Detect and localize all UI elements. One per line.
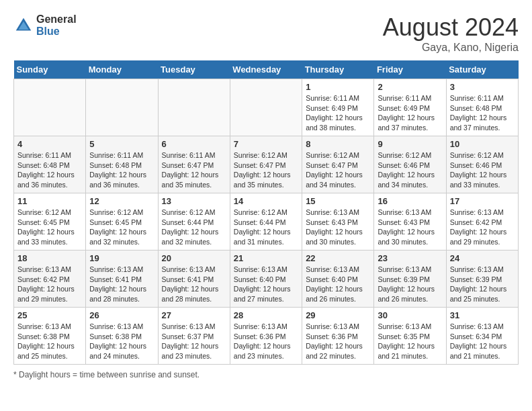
calendar-week-5: 25 Sunrise: 6:13 AMSunset: 6:38 PMDaylig… (14, 308, 519, 365)
calendar-header-row: SundayMondayTuesdayWednesdayThursdayFrid… (14, 60, 519, 79)
calendar-cell: 28 Sunrise: 6:13 AMSunset: 6:36 PMDaylig… (230, 308, 302, 365)
logo: General Blue (13, 13, 77, 37)
day-number: 28 (234, 310, 298, 320)
calendar-cell: 5 Sunrise: 6:11 AMSunset: 6:48 PMDayligh… (86, 136, 158, 193)
calendar-cell: 18 Sunrise: 6:13 AMSunset: 6:42 PMDaylig… (14, 250, 86, 308)
calendar-cell: 2 Sunrise: 6:11 AMSunset: 6:49 PMDayligh… (374, 79, 446, 136)
calendar-cell: 1 Sunrise: 6:11 AMSunset: 6:49 PMDayligh… (302, 79, 374, 136)
calendar-cell: 13 Sunrise: 6:12 AMSunset: 6:44 PMDaylig… (158, 193, 230, 250)
day-info: Sunrise: 6:13 AMSunset: 6:43 PMDaylight:… (378, 208, 442, 247)
header-monday: Monday (86, 60, 158, 79)
calendar-cell (14, 79, 86, 136)
day-info: Sunrise: 6:13 AMSunset: 6:42 PMDaylight:… (450, 208, 515, 247)
calendar-cell: 12 Sunrise: 6:12 AMSunset: 6:45 PMDaylig… (86, 193, 158, 250)
calendar-cell: 22 Sunrise: 6:13 AMSunset: 6:40 PMDaylig… (302, 250, 374, 308)
day-number: 23 (378, 253, 442, 263)
day-info: Sunrise: 6:12 AMSunset: 6:46 PMDaylight:… (378, 150, 442, 190)
day-info: Sunrise: 6:13 AMSunset: 6:35 PMDaylight:… (378, 322, 442, 361)
day-info: Sunrise: 6:13 AMSunset: 6:43 PMDaylight:… (306, 208, 370, 247)
calendar-cell: 9 Sunrise: 6:12 AMSunset: 6:46 PMDayligh… (374, 136, 446, 193)
day-number: 12 (89, 196, 154, 206)
day-number: 31 (450, 310, 515, 320)
day-info: Sunrise: 6:12 AMSunset: 6:44 PMDaylight:… (234, 208, 298, 247)
day-number: 27 (162, 310, 226, 320)
calendar-cell: 30 Sunrise: 6:13 AMSunset: 6:35 PMDaylig… (374, 308, 446, 365)
logo-blue-text: Blue (36, 26, 77, 38)
footer-note: * Daylight hours = time between sunrise … (13, 370, 519, 379)
calendar-cell: 17 Sunrise: 6:13 AMSunset: 6:42 PMDaylig… (446, 193, 518, 250)
calendar-cell (158, 79, 230, 136)
title-section: August 2024 Gaya, Kano, Nigeria (383, 13, 519, 54)
day-number: 18 (17, 253, 82, 263)
day-info: Sunrise: 6:13 AMSunset: 6:36 PMDaylight:… (306, 322, 370, 361)
day-info: Sunrise: 6:11 AMSunset: 6:48 PMDaylight:… (89, 150, 154, 190)
day-info: Sunrise: 6:12 AMSunset: 6:45 PMDaylight:… (17, 208, 82, 247)
day-info: Sunrise: 6:13 AMSunset: 6:38 PMDaylight:… (17, 322, 82, 361)
calendar-cell: 29 Sunrise: 6:13 AMSunset: 6:36 PMDaylig… (302, 308, 374, 365)
calendar-cell: 20 Sunrise: 6:13 AMSunset: 6:41 PMDaylig… (158, 250, 230, 308)
day-info: Sunrise: 6:13 AMSunset: 6:39 PMDaylight:… (450, 265, 515, 304)
calendar-cell (230, 79, 302, 136)
calendar-cell: 27 Sunrise: 6:13 AMSunset: 6:37 PMDaylig… (158, 308, 230, 365)
day-number: 1 (306, 82, 370, 92)
day-info: Sunrise: 6:13 AMSunset: 6:34 PMDaylight:… (450, 322, 515, 361)
calendar-cell: 10 Sunrise: 6:12 AMSunset: 6:46 PMDaylig… (446, 136, 518, 193)
calendar-cell: 25 Sunrise: 6:13 AMSunset: 6:38 PMDaylig… (14, 308, 86, 365)
day-number: 14 (234, 196, 298, 206)
calendar-cell: 23 Sunrise: 6:13 AMSunset: 6:39 PMDaylig… (374, 250, 446, 308)
header-tuesday: Tuesday (158, 60, 230, 79)
day-info: Sunrise: 6:13 AMSunset: 6:40 PMDaylight:… (306, 265, 370, 304)
day-number: 24 (450, 253, 515, 263)
day-number: 11 (17, 196, 82, 206)
month-year: August 2024 (383, 13, 519, 42)
day-number: 20 (162, 253, 226, 263)
day-number: 26 (89, 310, 154, 320)
calendar-cell: 19 Sunrise: 6:13 AMSunset: 6:41 PMDaylig… (86, 250, 158, 308)
calendar-cell: 4 Sunrise: 6:11 AMSunset: 6:48 PMDayligh… (14, 136, 86, 193)
calendar-cell: 16 Sunrise: 6:13 AMSunset: 6:43 PMDaylig… (374, 193, 446, 250)
calendar-cell: 14 Sunrise: 6:12 AMSunset: 6:44 PMDaylig… (230, 193, 302, 250)
calendar-week-2: 4 Sunrise: 6:11 AMSunset: 6:48 PMDayligh… (14, 136, 519, 193)
day-number: 7 (234, 139, 298, 149)
day-info: Sunrise: 6:13 AMSunset: 6:40 PMDaylight:… (234, 265, 298, 304)
header-saturday: Saturday (446, 60, 518, 79)
day-number: 22 (306, 253, 370, 263)
day-info: Sunrise: 6:11 AMSunset: 6:49 PMDaylight:… (306, 93, 370, 133)
day-number: 25 (17, 310, 82, 320)
calendar-cell: 7 Sunrise: 6:12 AMSunset: 6:47 PMDayligh… (230, 136, 302, 193)
day-info: Sunrise: 6:12 AMSunset: 6:44 PMDaylight:… (162, 208, 226, 247)
day-info: Sunrise: 6:13 AMSunset: 6:37 PMDaylight:… (162, 322, 226, 361)
day-number: 6 (162, 139, 226, 149)
location: Gaya, Kano, Nigeria (383, 42, 519, 54)
day-number: 30 (378, 310, 442, 320)
day-info: Sunrise: 6:12 AMSunset: 6:47 PMDaylight:… (234, 150, 298, 190)
calendar-week-3: 11 Sunrise: 6:12 AMSunset: 6:45 PMDaylig… (14, 193, 519, 250)
calendar-cell: 24 Sunrise: 6:13 AMSunset: 6:39 PMDaylig… (446, 250, 518, 308)
day-info: Sunrise: 6:13 AMSunset: 6:41 PMDaylight:… (89, 265, 154, 304)
day-number: 3 (450, 82, 515, 92)
calendar-cell: 21 Sunrise: 6:13 AMSunset: 6:40 PMDaylig… (230, 250, 302, 308)
calendar-cell: 31 Sunrise: 6:13 AMSunset: 6:34 PMDaylig… (446, 308, 518, 365)
day-info: Sunrise: 6:11 AMSunset: 6:47 PMDaylight:… (162, 150, 226, 190)
calendar-cell: 8 Sunrise: 6:12 AMSunset: 6:47 PMDayligh… (302, 136, 374, 193)
day-number: 17 (450, 196, 515, 206)
day-info: Sunrise: 6:13 AMSunset: 6:39 PMDaylight:… (378, 265, 442, 304)
day-number: 16 (378, 196, 442, 206)
day-info: Sunrise: 6:12 AMSunset: 6:47 PMDaylight:… (306, 150, 370, 190)
logo-icon (13, 15, 34, 36)
day-info: Sunrise: 6:13 AMSunset: 6:38 PMDaylight:… (89, 322, 154, 361)
day-number: 13 (162, 196, 226, 206)
calendar-cell: 26 Sunrise: 6:13 AMSunset: 6:38 PMDaylig… (86, 308, 158, 365)
header-sunday: Sunday (14, 60, 86, 79)
header-wednesday: Wednesday (230, 60, 302, 79)
header-friday: Friday (374, 60, 446, 79)
calendar-week-4: 18 Sunrise: 6:13 AMSunset: 6:42 PMDaylig… (14, 250, 519, 308)
day-info: Sunrise: 6:13 AMSunset: 6:42 PMDaylight:… (17, 265, 82, 304)
day-info: Sunrise: 6:12 AMSunset: 6:45 PMDaylight:… (89, 208, 154, 247)
day-number: 9 (378, 139, 442, 149)
calendar-table: SundayMondayTuesdayWednesdayThursdayFrid… (13, 60, 519, 365)
day-number: 4 (17, 139, 82, 149)
day-number: 15 (306, 196, 370, 206)
day-number: 10 (450, 139, 515, 149)
calendar-cell: 6 Sunrise: 6:11 AMSunset: 6:47 PMDayligh… (158, 136, 230, 193)
